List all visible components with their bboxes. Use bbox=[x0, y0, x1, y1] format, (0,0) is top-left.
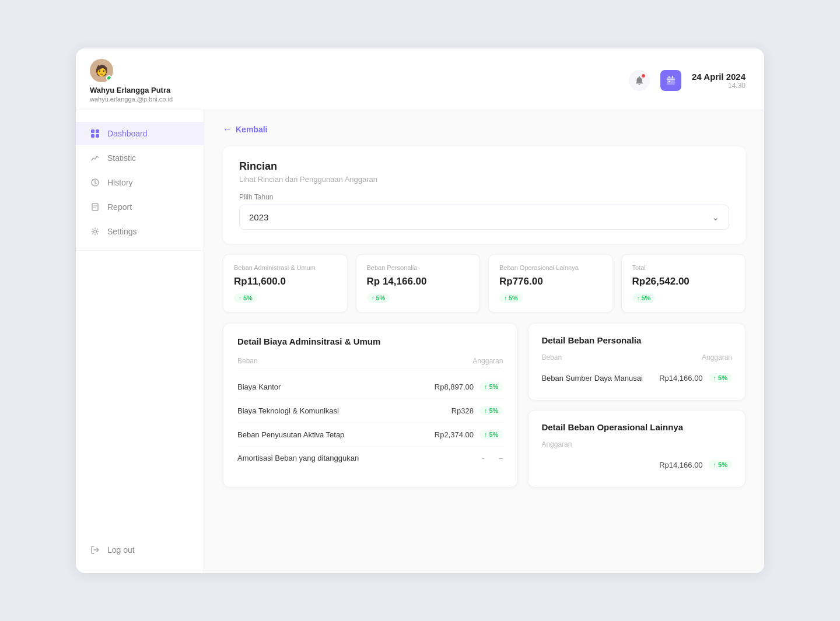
page-title: Rincian bbox=[239, 160, 729, 173]
row-amount: Rp328 bbox=[427, 406, 474, 415]
summary-label-2: Beban Operasional Lainnya bbox=[499, 264, 602, 271]
year-select[interactable]: 2023 ⌄ bbox=[239, 205, 729, 230]
detail-operasional-card: Detail Beban Operasional Lainnya Anggara… bbox=[528, 410, 746, 487]
detail-operasional-title: Detail Beban Operasional Lainnya bbox=[541, 422, 732, 432]
sidebar-item-dashboard[interactable]: Dashboard bbox=[76, 122, 204, 145]
date-main: 24 April 2024 bbox=[692, 72, 746, 82]
summary-badge-2: ↑ 5% bbox=[499, 293, 523, 303]
page-subtitle: Lihat Rincian dari Penggunaan Anggaran bbox=[239, 175, 729, 184]
arrow-up-icon-3: ↑ bbox=[637, 295, 640, 301]
detail-row: Detail Biaya Adminsitrasi & Umum Beban A… bbox=[223, 323, 746, 487]
summary-card-personalia: Beban Personalia Rp 14,166.00 ↑ 5% bbox=[356, 254, 481, 313]
svg-rect-5 bbox=[96, 134, 99, 138]
sidebar-item-report[interactable]: Report bbox=[76, 195, 204, 219]
rincian-card: Rincian Lihat Rincian dari Penggunaan An… bbox=[223, 146, 746, 244]
summary-card-total: Total Rp26,542.00 ↑ 5% bbox=[621, 254, 746, 313]
detail-right-col: Detail Beban Personalia Beban Anggaran B… bbox=[528, 323, 746, 487]
svg-rect-0 bbox=[667, 77, 675, 85]
sidebar-label-report: Report bbox=[107, 202, 132, 212]
notification-dot bbox=[641, 73, 646, 78]
summary-badge-0: ↑ 5% bbox=[234, 293, 257, 303]
table-row: Amortisasi Beban yang ditanggukan - – bbox=[237, 447, 503, 469]
row-values: Rp14,166.00 ↑ 5% bbox=[656, 373, 732, 383]
summary-badge-1: ↑ 5% bbox=[367, 293, 390, 303]
summary-value-1: Rp 14,166.00 bbox=[367, 276, 470, 287]
sidebar-label-statistic: Statistic bbox=[107, 153, 136, 163]
summary-row: Beban Administrasi & Umum Rp11,600.0 ↑ 5… bbox=[223, 254, 746, 313]
top-bar: 🧑 Wahyu Erlangga Putra wahyu.erlangga.@p… bbox=[76, 48, 764, 110]
notification-button[interactable] bbox=[629, 70, 650, 91]
summary-label-0: Beban Administrasi & Umum bbox=[234, 264, 337, 271]
table-row: Rp14,166.00 ↑ 5% bbox=[541, 454, 732, 475]
main-content: ← Kembali Rincian Lihat Rincian dari Pen… bbox=[204, 110, 764, 573]
row-label: Amortisasi Beban yang ditanggukan bbox=[237, 454, 359, 462]
summary-value-0: Rp11,600.0 bbox=[234, 276, 337, 287]
summary-label-1: Beban Personalia bbox=[367, 264, 470, 271]
svg-rect-3 bbox=[96, 129, 99, 133]
row-values: Rp8,897.00 ↑ 5% bbox=[427, 382, 503, 391]
col-beban-p: Beban bbox=[541, 353, 562, 362]
row-badge-dash: – bbox=[491, 454, 503, 462]
svg-rect-4 bbox=[91, 134, 94, 138]
online-indicator bbox=[106, 75, 112, 81]
row-label: Biaya Teknologi & Komunikasi bbox=[237, 406, 339, 415]
detail-admin-header: Beban Anggaran bbox=[237, 357, 503, 369]
arrow-up-icon-2: ↑ bbox=[504, 295, 507, 301]
row-amount-dash: - bbox=[482, 454, 484, 462]
sidebar-label-settings: Settings bbox=[107, 227, 137, 236]
avatar: 🧑 bbox=[90, 59, 113, 82]
back-link[interactable]: ← Kembali bbox=[223, 124, 746, 135]
row-label: Beban Penyusutan Aktiva Tetap bbox=[237, 430, 344, 439]
sidebar-label-logout: Log out bbox=[107, 545, 135, 555]
back-arrow-icon: ← bbox=[223, 124, 232, 135]
user-email: wahyu.erlangga.@p.bni.co.id bbox=[90, 96, 173, 103]
summary-card-admin: Beban Administrasi & Umum Rp11,600.0 ↑ 5… bbox=[223, 254, 348, 313]
row-badge: ↑ 5% bbox=[480, 382, 503, 391]
table-row: Beban Sumber Daya Manusai Rp14,166.00 ↑ … bbox=[541, 367, 732, 388]
col-anggaran-p: Anggaran bbox=[702, 353, 732, 362]
svg-rect-7 bbox=[92, 204, 98, 210]
summary-label-3: Total bbox=[632, 264, 735, 271]
detail-personalia-title: Detail Beban Personalia bbox=[541, 335, 732, 345]
history-icon bbox=[90, 177, 100, 188]
sidebar-label-history: History bbox=[107, 178, 133, 187]
chevron-down-icon: ⌄ bbox=[712, 212, 719, 223]
sidebar-item-logout[interactable]: Log out bbox=[76, 538, 204, 562]
dashboard-icon bbox=[90, 128, 100, 139]
row-amount: Rp2,374.00 bbox=[427, 430, 474, 439]
row-badge: ↑ 5% bbox=[480, 430, 503, 439]
sidebar-item-statistic[interactable]: Statistic bbox=[76, 146, 204, 170]
table-row: Beban Penyusutan Aktiva Tetap Rp2,374.00… bbox=[237, 423, 503, 447]
user-name: Wahyu Erlangga Putra bbox=[90, 86, 173, 94]
operasional-header: Anggaran bbox=[541, 440, 732, 448]
row-badge: ↑ 5% bbox=[480, 406, 503, 415]
arrow-up-icon-0: ↑ bbox=[239, 295, 242, 301]
row-badge: ↑ 5% bbox=[709, 373, 732, 383]
svg-point-8 bbox=[94, 230, 97, 233]
sidebar-divider bbox=[76, 250, 204, 251]
back-label: Kembali bbox=[236, 125, 267, 134]
user-info: 🧑 Wahyu Erlangga Putra wahyu.erlangga.@p… bbox=[90, 59, 173, 103]
detail-personalia-card: Detail Beban Personalia Beban Anggaran B… bbox=[528, 323, 746, 401]
calendar-icon[interactable] bbox=[660, 70, 681, 91]
sidebar-item-history[interactable]: History bbox=[76, 171, 204, 194]
sidebar-item-settings[interactable]: Settings bbox=[76, 220, 204, 243]
svg-rect-2 bbox=[91, 129, 94, 133]
row-amount: Rp14,166.00 bbox=[656, 461, 703, 469]
row-amount: Rp8,897.00 bbox=[427, 383, 474, 391]
summary-value-2: Rp776.00 bbox=[499, 276, 602, 287]
col-beban: Beban bbox=[237, 357, 258, 365]
summary-card-operasional: Beban Operasional Lainnya Rp776.00 ↑ 5% bbox=[488, 254, 613, 313]
summary-value-3: Rp26,542.00 bbox=[632, 276, 735, 287]
top-bar-right: 24 April 2024 14.30 bbox=[629, 70, 746, 91]
detail-admin-card: Detail Biaya Adminsitrasi & Umum Beban A… bbox=[223, 323, 517, 487]
settings-icon bbox=[90, 226, 100, 237]
arrow-up-icon-1: ↑ bbox=[372, 295, 374, 301]
row-values: Rp2,374.00 ↑ 5% bbox=[427, 430, 503, 439]
row-label: Biaya Kantor bbox=[237, 383, 281, 391]
row-values: Rp14,166.00 ↑ 5% bbox=[656, 460, 732, 469]
date-time: 14.30 bbox=[728, 82, 746, 90]
sidebar-label-dashboard: Dashboard bbox=[107, 129, 148, 138]
detail-admin-title: Detail Biaya Adminsitrasi & Umum bbox=[237, 336, 503, 346]
col-anggaran-o: Anggaran bbox=[541, 440, 572, 448]
